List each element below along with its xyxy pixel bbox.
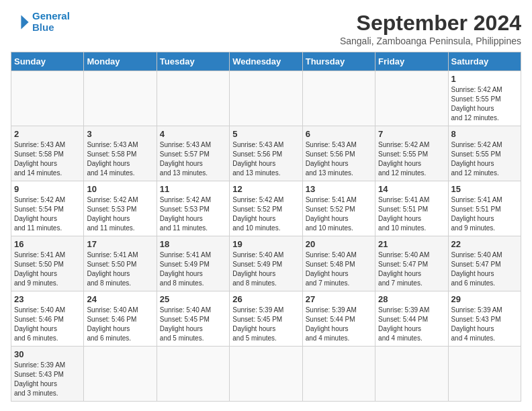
- day-info: Sunrise: 5:43 AM Sunset: 5:56 PM Dayligh…: [306, 140, 372, 178]
- day-info: Sunrise: 5:43 AM Sunset: 5:58 PM Dayligh…: [87, 140, 153, 178]
- day-number: 2: [14, 129, 81, 139]
- calendar-week-row: 16 Sunrise: 5:41 AM Sunset: 5:50 PM Dayl…: [11, 236, 521, 291]
- day-info: Sunrise: 5:39 AM Sunset: 5:43 PM Dayligh…: [14, 361, 81, 398]
- calendar-cell: [302, 71, 375, 126]
- logo-line2: Blue: [32, 21, 54, 33]
- calendar-cell: [84, 71, 157, 126]
- calendar-cell: 18 Sunrise: 5:41 AM Sunset: 5:49 PM Dayl…: [157, 236, 229, 291]
- header-wednesday: Wednesday: [230, 52, 302, 71]
- day-number: 3: [87, 129, 153, 139]
- logo-line1: General: [32, 10, 70, 21]
- calendar-cell: 29 Sunrise: 5:39 AM Sunset: 5:43 PM Dayl…: [448, 291, 521, 347]
- calendar-cell: 2 Sunrise: 5:43 AM Sunset: 5:58 PM Dayli…: [11, 126, 84, 181]
- calendar-week-row: 23 Sunrise: 5:40 AM Sunset: 5:46 PM Dayl…: [11, 291, 521, 347]
- day-number: 25: [160, 294, 226, 304]
- day-info: Sunrise: 5:42 AM Sunset: 5:55 PM Dayligh…: [378, 140, 445, 178]
- logo-icon: [11, 13, 30, 32]
- day-number: 16: [14, 239, 81, 249]
- calendar-cell: 5 Sunrise: 5:43 AM Sunset: 5:56 PM Dayli…: [230, 126, 302, 181]
- day-info: Sunrise: 5:40 AM Sunset: 5:47 PM Dayligh…: [451, 250, 518, 288]
- logo-text: General Blue: [32, 11, 70, 33]
- page-header: General Blue September 2024 Sangali, Zam…: [11, 11, 521, 46]
- day-info: Sunrise: 5:42 AM Sunset: 5:54 PM Dayligh…: [14, 195, 81, 233]
- calendar-cell: 26 Sunrise: 5:39 AM Sunset: 5:45 PM Dayl…: [230, 291, 302, 347]
- day-number: 1: [451, 74, 518, 84]
- calendar-week-row: 30 Sunrise: 5:39 AM Sunset: 5:43 PM Dayl…: [11, 347, 521, 402]
- day-number: 9: [14, 184, 81, 194]
- logo: General Blue: [11, 11, 70, 33]
- calendar-cell: [230, 71, 302, 126]
- day-number: 11: [160, 184, 226, 194]
- day-number: 17: [87, 239, 153, 249]
- calendar-cell: 24 Sunrise: 5:40 AM Sunset: 5:46 PM Dayl…: [84, 291, 157, 347]
- day-info: Sunrise: 5:39 AM Sunset: 5:44 PM Dayligh…: [306, 306, 372, 343]
- calendar-cell: 11 Sunrise: 5:42 AM Sunset: 5:53 PM Dayl…: [157, 181, 229, 236]
- calendar-cell: [84, 347, 157, 402]
- day-info: Sunrise: 5:42 AM Sunset: 5:53 PM Dayligh…: [160, 195, 226, 233]
- calendar-cell: 23 Sunrise: 5:40 AM Sunset: 5:46 PM Dayl…: [11, 291, 84, 347]
- calendar-cell: 13 Sunrise: 5:41 AM Sunset: 5:52 PM Dayl…: [302, 181, 375, 236]
- day-info: Sunrise: 5:41 AM Sunset: 5:50 PM Dayligh…: [87, 250, 153, 288]
- calendar-cell: [157, 347, 229, 402]
- day-info: Sunrise: 5:39 AM Sunset: 5:43 PM Dayligh…: [451, 306, 518, 343]
- calendar-cell: [302, 347, 375, 402]
- day-info: Sunrise: 5:41 AM Sunset: 5:51 PM Dayligh…: [378, 195, 445, 233]
- header-sunday: Sunday: [11, 52, 84, 71]
- calendar-cell: 3 Sunrise: 5:43 AM Sunset: 5:58 PM Dayli…: [84, 126, 157, 181]
- calendar-cell: 14 Sunrise: 5:41 AM Sunset: 5:51 PM Dayl…: [375, 181, 448, 236]
- day-info: Sunrise: 5:40 AM Sunset: 5:46 PM Dayligh…: [14, 306, 81, 343]
- calendar-cell: [375, 71, 448, 126]
- day-info: Sunrise: 5:41 AM Sunset: 5:52 PM Dayligh…: [306, 195, 372, 233]
- day-number: 20: [306, 239, 372, 249]
- svg-marker-1: [25, 15, 29, 19]
- calendar-cell: 17 Sunrise: 5:41 AM Sunset: 5:50 PM Dayl…: [84, 236, 157, 291]
- day-number: 24: [87, 294, 153, 304]
- calendar-cell: 6 Sunrise: 5:43 AM Sunset: 5:56 PM Dayli…: [302, 126, 375, 181]
- day-number: 18: [160, 239, 226, 249]
- day-number: 7: [378, 129, 445, 139]
- calendar-cell: [375, 347, 448, 402]
- day-number: 4: [160, 129, 226, 139]
- svg-marker-0: [21, 15, 28, 29]
- calendar-cell: [230, 347, 302, 402]
- calendar-table: Sunday Monday Tuesday Wednesday Thursday…: [11, 52, 521, 402]
- day-number: 27: [306, 294, 372, 304]
- day-info: Sunrise: 5:40 AM Sunset: 5:48 PM Dayligh…: [306, 250, 372, 288]
- day-info: Sunrise: 5:42 AM Sunset: 5:55 PM Dayligh…: [451, 85, 518, 123]
- day-number: 8: [451, 129, 518, 139]
- calendar-cell: 22 Sunrise: 5:40 AM Sunset: 5:47 PM Dayl…: [448, 236, 521, 291]
- calendar-cell: 9 Sunrise: 5:42 AM Sunset: 5:54 PM Dayli…: [11, 181, 84, 236]
- day-info: Sunrise: 5:39 AM Sunset: 5:45 PM Dayligh…: [232, 306, 299, 343]
- header-thursday: Thursday: [302, 52, 375, 71]
- day-info: Sunrise: 5:43 AM Sunset: 5:56 PM Dayligh…: [232, 140, 299, 178]
- day-info: Sunrise: 5:42 AM Sunset: 5:53 PM Dayligh…: [87, 195, 153, 233]
- month-title: September 2024: [340, 11, 521, 36]
- day-info: Sunrise: 5:41 AM Sunset: 5:51 PM Dayligh…: [451, 195, 518, 233]
- day-number: 19: [232, 239, 299, 249]
- calendar-cell: 19 Sunrise: 5:40 AM Sunset: 5:49 PM Dayl…: [230, 236, 302, 291]
- calendar-cell: 30 Sunrise: 5:39 AM Sunset: 5:43 PM Dayl…: [11, 347, 84, 402]
- day-number: 12: [232, 184, 299, 194]
- day-number: 14: [378, 184, 445, 194]
- calendar-week-row: 1 Sunrise: 5:42 AM Sunset: 5:55 PM Dayli…: [11, 71, 521, 126]
- header-friday: Friday: [375, 52, 448, 71]
- calendar-cell: 27 Sunrise: 5:39 AM Sunset: 5:44 PM Dayl…: [302, 291, 375, 347]
- day-info: Sunrise: 5:43 AM Sunset: 5:58 PM Dayligh…: [14, 140, 81, 178]
- day-number: 22: [451, 239, 518, 249]
- calendar-cell: 16 Sunrise: 5:41 AM Sunset: 5:50 PM Dayl…: [11, 236, 84, 291]
- calendar-cell: [448, 347, 521, 402]
- day-number: 23: [14, 294, 81, 304]
- calendar-cell: 4 Sunrise: 5:43 AM Sunset: 5:57 PM Dayli…: [157, 126, 229, 181]
- day-info: Sunrise: 5:42 AM Sunset: 5:55 PM Dayligh…: [451, 140, 518, 178]
- calendar-cell: 20 Sunrise: 5:40 AM Sunset: 5:48 PM Dayl…: [302, 236, 375, 291]
- calendar-cell: 15 Sunrise: 5:41 AM Sunset: 5:51 PM Dayl…: [448, 181, 521, 236]
- calendar-cell: 7 Sunrise: 5:42 AM Sunset: 5:55 PM Dayli…: [375, 126, 448, 181]
- day-number: 26: [232, 294, 299, 304]
- calendar-week-row: 9 Sunrise: 5:42 AM Sunset: 5:54 PM Dayli…: [11, 181, 521, 236]
- day-info: Sunrise: 5:40 AM Sunset: 5:49 PM Dayligh…: [232, 250, 299, 288]
- location-title: Sangali, Zamboanga Peninsula, Philippine…: [340, 36, 521, 46]
- calendar-cell: 8 Sunrise: 5:42 AM Sunset: 5:55 PM Dayli…: [448, 126, 521, 181]
- calendar-cell: 1 Sunrise: 5:42 AM Sunset: 5:55 PM Dayli…: [448, 71, 521, 126]
- day-info: Sunrise: 5:41 AM Sunset: 5:50 PM Dayligh…: [14, 250, 81, 288]
- day-info: Sunrise: 5:40 AM Sunset: 5:46 PM Dayligh…: [87, 306, 153, 343]
